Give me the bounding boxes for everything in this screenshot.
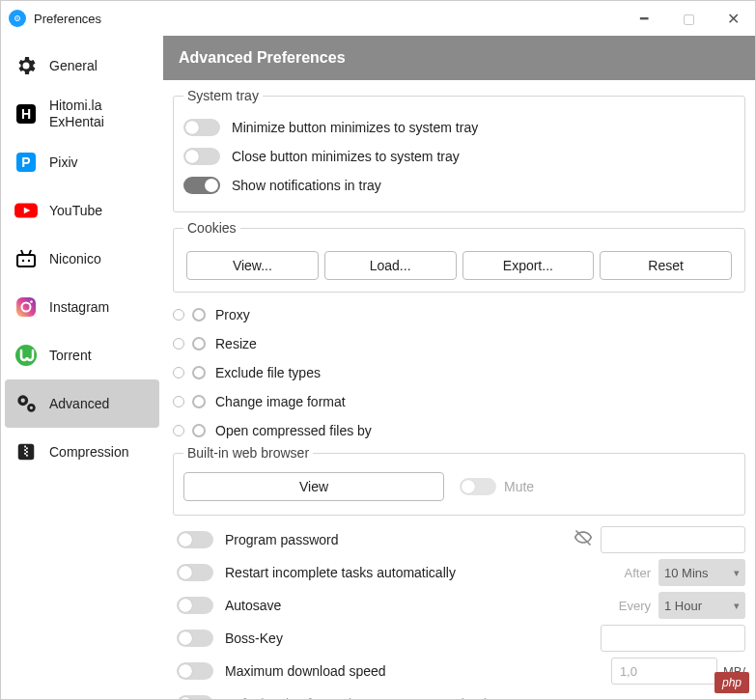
bosskey-label: Boss-Key bbox=[225, 630, 283, 646]
system-tray-legend: System tray bbox=[183, 88, 263, 103]
autosave-label: Autosave bbox=[225, 598, 281, 613]
cookies-view-button[interactable]: View... bbox=[186, 251, 319, 280]
password-input[interactable] bbox=[601, 526, 745, 553]
instagram-icon bbox=[13, 294, 40, 321]
system-tray-group: System tray Minimize button minimizes to… bbox=[173, 88, 745, 212]
radio-icon[interactable] bbox=[192, 366, 206, 379]
cookies-load-button[interactable]: Load... bbox=[324, 251, 457, 280]
compressed-label: Open compressed files by bbox=[215, 423, 372, 438]
proxy-row[interactable]: Proxy bbox=[173, 300, 745, 329]
exclude-label: Exclude file types bbox=[215, 365, 321, 380]
browser-group: Built-in web browser View Mute bbox=[173, 445, 745, 516]
eye-off-icon[interactable] bbox=[574, 528, 593, 551]
titlebar: Preferences ━ ▢ ✕ bbox=[1, 1, 755, 36]
resize-label: Resize bbox=[215, 336, 257, 351]
restart-toggle[interactable] bbox=[177, 564, 213, 581]
autosave-select[interactable]: 1 Hour ▾ bbox=[658, 592, 745, 619]
hitomi-icon: H bbox=[13, 100, 40, 127]
sidebar-item-hitomi[interactable]: H Hitomi.la ExHentai bbox=[1, 90, 163, 138]
resize-row[interactable]: Resize bbox=[173, 329, 745, 358]
notify-tray-toggle[interactable] bbox=[183, 177, 220, 194]
sidebar-item-compression[interactable]: Compression bbox=[1, 428, 163, 476]
expand-icon bbox=[173, 338, 184, 350]
page-title: Advanced Preferences bbox=[163, 36, 755, 80]
radio-icon[interactable] bbox=[192, 395, 206, 408]
utorrent-icon bbox=[13, 342, 40, 369]
defaultsel-label: Default value for "Select pages & Downlo… bbox=[225, 696, 491, 699]
autosave-row: Autosave Every 1 Hour ▾ bbox=[173, 589, 745, 622]
chevron-down-icon: ▾ bbox=[734, 600, 740, 612]
mute-label: Mute bbox=[504, 479, 534, 494]
bosskey-toggle[interactable] bbox=[177, 630, 213, 647]
password-toggle[interactable] bbox=[177, 531, 213, 548]
chevron-down-icon: ▾ bbox=[734, 567, 740, 579]
expand-icon bbox=[173, 367, 184, 378]
svg-rect-19 bbox=[26, 447, 28, 449]
svg-rect-20 bbox=[24, 449, 26, 451]
expand-icon bbox=[173, 425, 184, 436]
bosskey-row: Boss-Key bbox=[173, 622, 745, 655]
autosave-hint: Every bbox=[619, 599, 651, 613]
cookies-export-button[interactable]: Export... bbox=[462, 251, 595, 280]
sidebar-item-general[interactable]: General bbox=[1, 42, 163, 90]
sidebar-item-label: Compression bbox=[49, 444, 128, 461]
svg-rect-13 bbox=[16, 297, 36, 317]
autosave-toggle[interactable] bbox=[177, 597, 213, 614]
sidebar-item-instagram[interactable]: Instagram bbox=[1, 283, 163, 331]
maximize-button[interactable]: ▢ bbox=[666, 1, 711, 36]
sidebar-item-label: Pixiv bbox=[49, 154, 78, 171]
sidebar: General H Hitomi.la ExHentai P Pixiv You… bbox=[1, 36, 163, 699]
sidebar-item-label: Hitomi.la ExHentai bbox=[49, 98, 104, 130]
sidebar-item-advanced[interactable]: Advanced bbox=[5, 379, 159, 428]
svg-rect-21 bbox=[26, 451, 28, 453]
svg-rect-22 bbox=[24, 453, 26, 455]
notify-tray-label: Show notifications in tray bbox=[232, 178, 381, 193]
exclude-row[interactable]: Exclude file types bbox=[173, 358, 745, 387]
maxspeed-toggle[interactable] bbox=[177, 662, 213, 680]
mute-toggle[interactable] bbox=[460, 478, 496, 495]
maxspeed-input[interactable] bbox=[611, 658, 717, 685]
restart-row: Restart incomplete tasks automatically A… bbox=[173, 556, 745, 589]
minimize-tray-toggle[interactable] bbox=[183, 119, 220, 136]
svg-point-2 bbox=[16, 17, 18, 19]
svg-point-15 bbox=[30, 300, 33, 303]
radio-icon[interactable] bbox=[192, 337, 206, 350]
cookies-reset-button[interactable]: Reset bbox=[600, 251, 732, 280]
gear-icon bbox=[13, 52, 40, 79]
compressed-row[interactable]: Open compressed files by bbox=[173, 416, 745, 445]
defaultsel-toggle[interactable] bbox=[177, 695, 213, 699]
browser-legend: Built-in web browser bbox=[183, 445, 313, 461]
youtube-icon bbox=[13, 197, 40, 224]
imgfmt-row[interactable]: Change image format bbox=[173, 387, 745, 416]
sidebar-item-label: Advanced bbox=[49, 396, 109, 412]
svg-point-11 bbox=[22, 260, 24, 262]
close-tray-toggle[interactable] bbox=[183, 148, 220, 165]
app-icon bbox=[9, 10, 26, 27]
sidebar-item-niconico[interactable]: Niconico bbox=[1, 235, 163, 283]
content-scroll[interactable]: System tray Minimize button minimizes to… bbox=[163, 80, 755, 699]
sidebar-item-torrent[interactable]: Torrent bbox=[1, 331, 163, 379]
browser-view-button[interactable]: View bbox=[183, 472, 444, 501]
compression-icon bbox=[13, 438, 40, 465]
svg-rect-18 bbox=[24, 446, 26, 448]
sidebar-item-youtube[interactable]: YouTube bbox=[1, 186, 163, 235]
cookies-group: Cookies View... Load... Export... Reset bbox=[173, 220, 745, 293]
sidebar-item-label: YouTube bbox=[49, 203, 102, 219]
pixiv-icon: P bbox=[13, 149, 40, 176]
cookies-legend: Cookies bbox=[183, 220, 240, 236]
radio-icon[interactable] bbox=[192, 308, 206, 322]
sidebar-item-label: General bbox=[49, 58, 98, 74]
restart-select[interactable]: 10 Mins ▾ bbox=[658, 559, 745, 586]
password-row: Program password bbox=[173, 523, 745, 556]
svg-rect-23 bbox=[26, 455, 28, 457]
bosskey-input[interactable] bbox=[601, 625, 745, 652]
maxspeed-row: Maximum download speed MB/ bbox=[173, 655, 745, 687]
sidebar-item-pixiv[interactable]: P Pixiv bbox=[1, 138, 163, 186]
restart-select-value: 10 Mins bbox=[664, 566, 709, 580]
radio-icon[interactable] bbox=[192, 424, 206, 437]
svg-rect-8 bbox=[17, 255, 35, 266]
maxspeed-label: Maximum download speed bbox=[225, 663, 386, 679]
close-button[interactable]: ✕ bbox=[711, 1, 755, 36]
gears-icon bbox=[13, 390, 40, 417]
minimize-button[interactable]: ━ bbox=[622, 1, 666, 36]
